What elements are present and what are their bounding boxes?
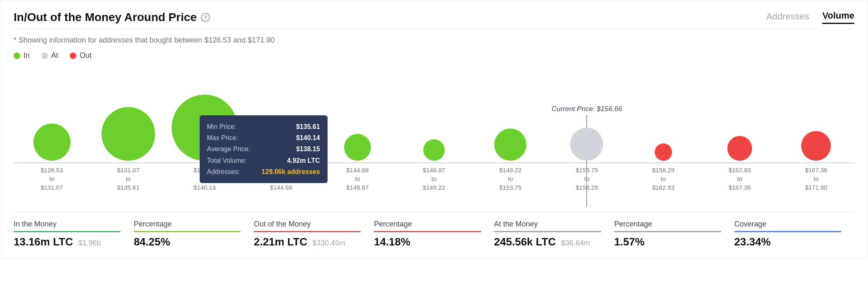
chart-area: Min Price: $135.61 Max Price: $140.14 Av… xyxy=(14,70,854,202)
bubble-col-9[interactable] xyxy=(701,136,778,161)
bubble-8[interactable] xyxy=(655,143,672,161)
stat-at-the-money: At the Money 245.56k LTC $36.64m xyxy=(494,220,614,248)
bubble-col-5[interactable] xyxy=(396,139,472,161)
stat-in-pct-value: 84.25% xyxy=(134,236,241,248)
stat-at-value: 245.56k LTC xyxy=(494,236,556,248)
price-label-8: $158.29 to $162.83 xyxy=(625,166,701,192)
stat-at-label: At the Money xyxy=(494,220,601,232)
chart-tooltip: Min Price: $135.61 Max Price: $140.14 Av… xyxy=(200,115,328,183)
stat-in-value: 13.16m LTC xyxy=(14,236,73,248)
legend-dot-out xyxy=(70,52,76,59)
tab-addresses[interactable]: Addresses xyxy=(766,11,809,24)
price-label-0: $126.53 to $131.07 xyxy=(14,166,90,192)
tooltip-min-value: $135.61 xyxy=(296,121,320,132)
bubble-col-0[interactable] xyxy=(14,124,90,161)
stat-at-pct-value: 1.57% xyxy=(614,236,721,248)
price-label-6: $149.22 to $153.75 xyxy=(472,166,549,192)
price-label-9: $162.83 to $167.36 xyxy=(701,166,778,192)
legend-label-out: Out xyxy=(80,51,92,60)
header-left: In/Out of the Money Around Price ? xyxy=(14,11,210,24)
bubble-col-1[interactable] xyxy=(90,107,166,161)
subtitle: * Showing information for addresses that… xyxy=(14,36,854,45)
stat-out-value: 2.21m LTC xyxy=(254,236,307,248)
legend: In At Out xyxy=(14,51,854,60)
stats-row: In the Money 13.16m LTC $1.96b Percentag… xyxy=(14,212,854,248)
legend-label-in: In xyxy=(24,51,30,60)
tooltip-max-label: Max Price: xyxy=(207,132,238,143)
bubble-col-10[interactable] xyxy=(778,131,854,161)
bubble-6[interactable] xyxy=(494,129,526,161)
main-container: In/Out of the Money Around Price ? Addre… xyxy=(0,0,868,259)
price-label-1: $131.07 to $135.61 xyxy=(90,166,166,192)
stat-coverage-value: 23.34% xyxy=(734,236,841,248)
tooltip-row-avg: Average Price: $138.15 xyxy=(207,143,320,155)
legend-dot-at xyxy=(41,52,48,59)
stat-out-secondary: $330.45m xyxy=(312,239,345,247)
bubble-4[interactable] xyxy=(344,134,371,161)
bubble-col-7[interactable]: Current Price: $156.66 xyxy=(549,128,625,161)
stat-out-label: Out of the Money xyxy=(254,220,361,232)
legend-label-at: At xyxy=(51,51,58,60)
bubble-7[interactable] xyxy=(570,128,603,161)
stat-at-pct-label: Percentage xyxy=(614,220,721,232)
bubble-1[interactable] xyxy=(101,107,155,161)
stat-out-pct-value: 14.18% xyxy=(374,236,481,248)
tooltip-addr-label: Addresses: xyxy=(207,166,240,177)
tooltip-row-max: Max Price: $140.14 xyxy=(207,132,320,143)
stat-at-pct: Percentage 1.57% xyxy=(614,220,734,248)
stat-at-secondary: $36.64m xyxy=(561,239,590,247)
bubble-9[interactable] xyxy=(727,136,752,161)
bubble-col-4[interactable] xyxy=(319,134,396,161)
price-label-4: $144.68 to $148.87 xyxy=(319,166,396,192)
tooltip-avg-label: Average Price: xyxy=(207,143,250,155)
stat-in-pct-label: Percentage xyxy=(134,220,241,232)
stat-in-the-money: In the Money 13.16m LTC $1.96b xyxy=(14,220,134,248)
bubble-col-2[interactable]: Min Price: $135.61 Max Price: $140.14 Av… xyxy=(167,95,243,161)
bubble-5[interactable] xyxy=(423,139,445,161)
tooltip-vol-label: Total Volume: xyxy=(207,155,247,166)
tooltip-row-vol: Total Volume: 4.92m LTC xyxy=(207,155,320,166)
bubble-10[interactable] xyxy=(801,131,831,161)
tooltip-vol-value: 4.92m LTC xyxy=(287,155,320,166)
tooltip-addr-value: 129.06k addresses xyxy=(262,166,320,177)
price-label-10: $167.36 to $171.90 xyxy=(778,166,854,192)
legend-dot-in xyxy=(14,52,20,59)
tooltip-max-value: $140.14 xyxy=(296,132,320,143)
stat-out-the-money: Out of the Money 2.21m LTC $330.45m xyxy=(254,220,374,248)
bubble-col-8[interactable] xyxy=(625,143,701,161)
stat-out-pct-label: Percentage xyxy=(374,220,481,232)
legend-out: Out xyxy=(70,51,92,60)
stat-in-pct: Percentage 84.25% xyxy=(134,220,254,248)
bubble-col-6[interactable] xyxy=(472,129,549,161)
tooltip-row-addr: Addresses: 129.06k addresses xyxy=(207,166,320,177)
stat-coverage-label: Coverage xyxy=(734,220,841,232)
axis-line xyxy=(14,162,854,163)
stat-coverage: Coverage 23.34% xyxy=(734,220,854,248)
stat-in-secondary: $1.96b xyxy=(78,239,101,247)
header-tabs: Addresses Volume xyxy=(766,10,854,24)
bubble-0[interactable] xyxy=(33,124,71,161)
tab-volume[interactable]: Volume xyxy=(822,10,854,24)
stat-in-label: In the Money xyxy=(14,220,120,232)
tooltip-avg-value: $138.15 xyxy=(296,143,320,155)
tooltip-row-min: Min Price: $135.61 xyxy=(207,121,320,132)
tooltip-min-label: Min Price: xyxy=(207,121,236,132)
current-price-label: Current Price: $156.66 xyxy=(552,105,622,113)
help-icon[interactable]: ? xyxy=(201,13,210,22)
page-title: In/Out of the Money Around Price xyxy=(14,11,197,24)
header: In/Out of the Money Around Price ? Addre… xyxy=(14,10,854,29)
price-labels-row: $126.53 to $131.07 $131.07 to $135.61 $1… xyxy=(14,166,854,192)
stat-out-pct: Percentage 14.18% xyxy=(374,220,494,248)
legend-at: At xyxy=(41,51,58,60)
legend-in: In xyxy=(14,51,30,60)
price-label-5: $148.87 to $149.22 xyxy=(396,166,472,192)
